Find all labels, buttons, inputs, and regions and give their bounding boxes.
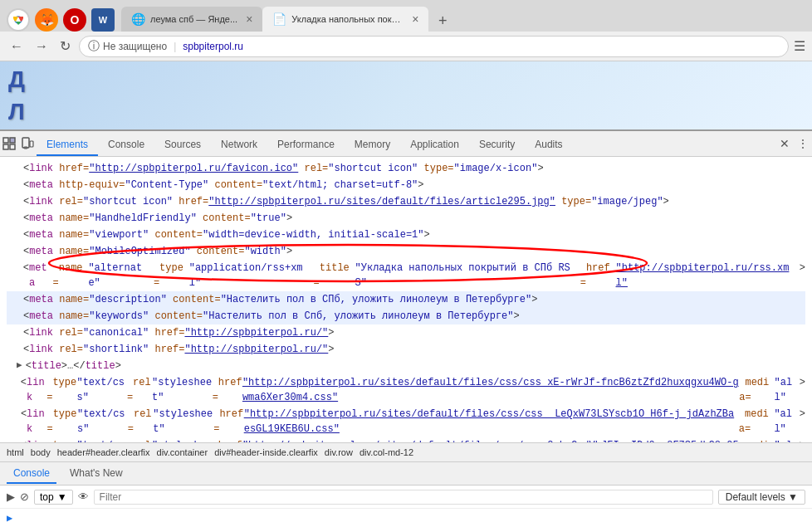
default-levels-dropdown[interactable]: Default levels ▼ <box>718 490 805 505</box>
tab-sources[interactable]: Sources <box>154 134 211 156</box>
bottom-tab-whatsnew[interactable]: What's New <box>63 464 130 484</box>
html-line-1: <link href="http://spbpiterpol.ru/favico… <box>7 160 805 177</box>
breadcrumb-html[interactable]: html <box>7 447 24 457</box>
svg-rect-5 <box>22 138 29 148</box>
forward-button[interactable]: → <box>32 37 51 56</box>
page-content-area: Д Л <box>0 61 812 129</box>
bottom-tab-console[interactable]: Console <box>7 464 56 484</box>
html-line-4: <meta name="HandheldFriendly" content="t… <box>7 210 805 227</box>
url-divider: | <box>174 41 176 52</box>
html-line-5: <meta name="viewport" content="width=dev… <box>7 227 805 243</box>
chrome-icon[interactable] <box>7 8 30 32</box>
devtools-tabs: Elements Console Sources Network Perform… <box>37 131 775 156</box>
tab1-favicon: 🌐 <box>131 12 145 26</box>
html-line-7: <meta name="alternate" type="application… <box>7 260 805 291</box>
breadcrumb-header-inside[interactable]: div#header-inside.clearfix <box>214 447 318 457</box>
console-arrow-icon: ▶ <box>7 512 12 525</box>
tab2-close[interactable]: × <box>412 12 418 26</box>
devtools-more-icon[interactable]: ⋮ <box>794 134 812 153</box>
html-line-11: <link rel="shortlink" href="http://spbpi… <box>7 341 805 358</box>
breadcrumb-container[interactable]: div.container <box>157 447 208 457</box>
page-line2: Л <box>8 95 25 128</box>
tab1-close[interactable]: × <box>246 12 252 26</box>
browser-app-buttons: 🦊 O W <box>0 8 121 32</box>
info-icon: ⓘ <box>88 39 100 54</box>
html-line-15: <link type="text/css" rel="stylesheet" h… <box>7 437 805 442</box>
html-line-14: <link type="text/css" rel="stylesheet" h… <box>7 406 805 437</box>
tab-memory[interactable]: Memory <box>345 134 400 156</box>
device-toolbar-icon[interactable] <box>18 134 37 153</box>
top-selector[interactable]: top ▼ <box>34 490 73 505</box>
console-ban-icon[interactable]: ⊘ <box>20 490 29 503</box>
devtools-panel: Elements Console Sources Network Perform… <box>0 129 812 527</box>
svg-rect-2 <box>10 138 15 143</box>
firefox-icon[interactable]: 🦊 <box>35 8 58 32</box>
tab-bar: 🦊 O W 🌐 леума спб — Янде... × 📄 Укладка … <box>0 0 812 32</box>
opera-icon[interactable]: O <box>63 8 86 32</box>
security-label: Не защищено <box>103 41 167 52</box>
menu-icon[interactable]: ☰ <box>794 38 805 54</box>
page-text: Д Л <box>8 63 25 128</box>
tab2-title: Укладка напольных покрытий е... <box>291 14 404 24</box>
url-bar[interactable]: ⓘ Не защищено | spbpiterpol.ru <box>79 36 789 57</box>
breadcrumb-col-md-12[interactable]: div.col-md-12 <box>360 447 413 457</box>
html-line-10: <link rel="canonical" href="http://spbpi… <box>7 324 805 341</box>
breadcrumb-header[interactable]: header#header.clearfix <box>57 447 150 457</box>
tabs-area: 🌐 леума спб — Янде... × 📄 Укладка наполь… <box>121 7 812 32</box>
breadcrumb-body[interactable]: body <box>31 447 51 457</box>
tab-elements[interactable]: Elements <box>37 134 98 156</box>
refresh-button[interactable]: ↻ <box>56 37 74 56</box>
html-line-12: ▶ <title> … </title> <box>7 358 805 374</box>
tab1-title: леума спб — Янде... <box>150 14 237 24</box>
tab2-favicon: 📄 <box>272 12 286 26</box>
tab-1[interactable]: 🌐 леума спб — Янде... × <box>121 7 262 32</box>
word-icon[interactable]: W <box>91 8 115 32</box>
svg-rect-7 <box>30 141 33 147</box>
svg-rect-4 <box>10 144 15 149</box>
expander-title[interactable]: ▶ <box>17 359 22 373</box>
inspect-element-icon[interactable] <box>0 134 18 153</box>
html-line-9: <meta name="keywords" content="Настелить… <box>7 308 805 324</box>
url-text: spbpiterpol.ru <box>183 41 243 52</box>
top-selector-chevron: ▼ <box>57 491 67 503</box>
devtools-close-icon[interactable]: ✕ <box>775 134 794 153</box>
tab-application[interactable]: Application <box>400 134 469 156</box>
console-prompt-area[interactable]: ▶ <box>0 509 812 527</box>
new-tab-button[interactable]: + <box>432 10 453 32</box>
svg-rect-3 <box>3 144 8 149</box>
tab-security[interactable]: Security <box>469 134 525 156</box>
html-line-2: <meta http-equiv="Content-Type" content=… <box>7 177 805 193</box>
console-run-icon[interactable]: ▶ <box>7 490 15 503</box>
eye-icon[interactable]: 👁 <box>78 490 89 503</box>
html-line-3: <link rel="shortcut icon" href="http://s… <box>7 193 805 210</box>
breadcrumb-row[interactable]: div.row <box>325 447 353 457</box>
html-line-6: <meta name="MobileOptimized" content="wi… <box>7 243 805 260</box>
console-tab-bar: Console What's New <box>0 462 812 486</box>
console-input-bar: ▶ ⊘ top ▼ 👁 Default levels ▼ <box>0 486 812 509</box>
tab-network[interactable]: Network <box>211 134 267 156</box>
tab-performance[interactable]: Performance <box>267 134 345 156</box>
default-levels-label: Default levels ▼ <box>726 491 798 503</box>
tab-2[interactable]: 📄 Укладка напольных покрытий е... × <box>262 7 428 32</box>
tab-console[interactable]: Console <box>98 134 154 156</box>
tab-audits[interactable]: Audits <box>525 134 572 156</box>
html-content: <link href="http://spbpiterpol.ru/favico… <box>0 157 812 442</box>
page-line1: Д <box>8 63 25 95</box>
top-selector-label: top <box>40 491 54 503</box>
breadcrumb-bar: html body header#header.clearfix div.con… <box>0 442 812 462</box>
address-bar: ← → ↻ ⓘ Не защищено | spbpiterpol.ru ☰ <box>0 32 812 61</box>
svg-rect-1 <box>3 138 8 143</box>
filter-input[interactable] <box>94 490 713 505</box>
back-button[interactable]: ← <box>7 37 27 56</box>
browser-window: 🦊 O W 🌐 леума спб — Янде... × 📄 Укладка … <box>0 0 812 527</box>
html-line-8: <meta name="description" content="Настел… <box>7 291 805 308</box>
html-line-13: <link type="text/css" rel="stylesheet" h… <box>7 374 805 406</box>
